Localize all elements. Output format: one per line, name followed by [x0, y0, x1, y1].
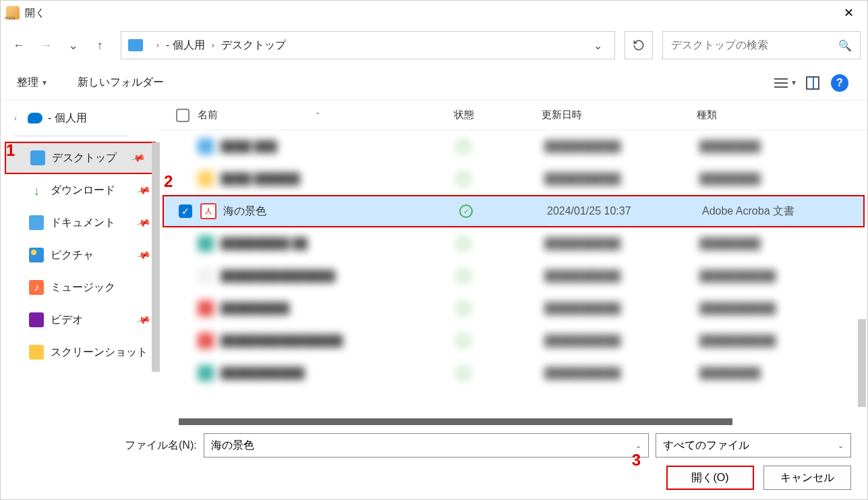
- file-list-header: 名前 ⌃ 状態 更新日時 種類: [160, 101, 867, 130]
- file-type-filter[interactable]: すべてのファイル ⌄: [656, 433, 851, 457]
- new-folder-label: 新しいフォルダー: [78, 76, 164, 90]
- file-row[interactable]: ████████████████✓ ████████████████████: [160, 325, 867, 357]
- sidebar-item-downloads[interactable]: ↓ ダウンロード 📌: [1, 174, 160, 206]
- forward-button[interactable]: →: [34, 34, 57, 57]
- file-row[interactable]: ████ ██████✓ ██████████████████: [160, 163, 867, 195]
- open-file-dialog: 開く ✕ ← → ⌄ ↑ › - 個人用 › デスクトップ ⌄ 🔍 整理 ▼: [0, 0, 868, 500]
- dialog-footer: ファイル名(N): 海の景色 ⌄ すべてのファイル ⌄ 3 開く(O) キャンセ…: [1, 425, 867, 499]
- body-area: › - 個人用 1 デスクトップ 📌 ↓ ダウンロード 📌 ドキュメント 📌: [1, 101, 867, 425]
- chevron-down-icon: ▼: [41, 79, 48, 86]
- sidebar-item-label: ピクチャ: [51, 248, 94, 262]
- annotation-2: 2: [164, 172, 173, 191]
- sidebar-item-screenshots[interactable]: スクリーンショット: [1, 336, 160, 368]
- pin-icon: 📌: [130, 150, 146, 165]
- back-button[interactable]: ←: [7, 34, 30, 57]
- file-row[interactable]: █████████ ██✓ ██████████████████: [160, 227, 867, 260]
- header-state[interactable]: 状態: [454, 109, 542, 121]
- breadcrumb-separator: ›: [212, 40, 214, 50]
- pdf-icon: 人: [200, 203, 216, 219]
- chevron-down-icon[interactable]: ⌄: [838, 441, 844, 450]
- file-date: 2024/01/25 10:37: [547, 205, 702, 217]
- filename-combobox[interactable]: 海の景色 ⌄: [204, 433, 649, 457]
- new-folder-button[interactable]: 新しいフォルダー: [78, 76, 164, 90]
- onedrive-icon: [28, 113, 42, 123]
- sidebar-item-label: ビデオ: [51, 313, 83, 327]
- annotation-1: 1: [6, 141, 15, 160]
- vertical-scrollbar[interactable]: [858, 319, 866, 407]
- filename-value: 海の景色: [211, 439, 254, 453]
- preview-pane-button[interactable]: [801, 72, 824, 94]
- pin-icon: 📌: [136, 312, 151, 327]
- divider: [14, 136, 129, 136]
- sidebar-item-pictures[interactable]: ピクチャ 📌: [1, 239, 160, 271]
- sidebar-scrollbar[interactable]: [152, 142, 160, 372]
- help-icon: ?: [831, 74, 848, 92]
- file-row[interactable]: ████ ███✓ ██████████████████: [160, 130, 867, 163]
- search-input[interactable]: [671, 39, 838, 51]
- sidebar-item-label: ミュージック: [51, 281, 115, 295]
- header-checkbox-column[interactable]: [168, 109, 198, 122]
- pin-icon: 📌: [136, 248, 151, 262]
- file-row[interactable]: █████████✓ ████████████████████: [160, 292, 867, 325]
- tree-item-onedrive[interactable]: › - 個人用: [1, 106, 160, 130]
- header-name-label: 名前: [198, 109, 218, 121]
- sidebar-item-documents[interactable]: ドキュメント 📌: [1, 206, 160, 239]
- header-type[interactable]: 種類: [697, 109, 859, 121]
- file-row[interactable]: ███████████✓ ██████████████████: [160, 357, 867, 389]
- sync-ok-icon: ✓: [459, 204, 473, 218]
- tree-item-label: - 個人用: [48, 111, 87, 126]
- pin-icon: 📌: [136, 183, 151, 198]
- file-name: 海の景色: [223, 204, 459, 219]
- sidebar-item-label: ドキュメント: [51, 216, 115, 230]
- chevron-down-icon[interactable]: ⌄: [635, 441, 641, 450]
- organize-menu[interactable]: 整理 ▼: [17, 76, 48, 90]
- organize-label: 整理: [17, 76, 38, 90]
- expander-icon[interactable]: ›: [14, 114, 22, 122]
- open-button[interactable]: 開く(O): [666, 466, 754, 490]
- sidebar-item-music[interactable]: ♪ ミュージック: [1, 271, 160, 304]
- breadcrumb-separator: ›: [156, 40, 159, 50]
- header-date[interactable]: 更新日時: [542, 109, 697, 121]
- help-button[interactable]: ?: [828, 72, 851, 94]
- recent-locations-button[interactable]: ⌄: [61, 34, 84, 57]
- up-button[interactable]: ↑: [88, 34, 111, 57]
- desktop-icon: [30, 150, 45, 165]
- address-bar[interactable]: › - 個人用 › デスクトップ ⌄: [121, 31, 615, 59]
- close-button[interactable]: ✕: [835, 3, 862, 23]
- download-icon: ↓: [29, 183, 44, 198]
- search-icon[interactable]: 🔍: [838, 39, 852, 52]
- filter-label: すべてのファイル: [663, 439, 749, 453]
- folder-icon: [29, 345, 44, 360]
- annotation-3: 3: [632, 451, 641, 475]
- breadcrumb-segment[interactable]: - 個人用: [166, 38, 205, 53]
- view-options-button[interactable]: ▼: [774, 72, 797, 94]
- refresh-button[interactable]: [625, 31, 653, 59]
- row-checkbox[interactable]: ✓: [179, 204, 192, 218]
- location-icon: [128, 39, 143, 51]
- sidebar-item-label: デスクトップ: [52, 151, 117, 165]
- horizontal-scrollbar[interactable]: [179, 418, 732, 425]
- breadcrumb-segment[interactable]: デスクトップ: [221, 38, 286, 53]
- music-icon: ♪: [29, 280, 44, 295]
- pin-icon: 📌: [136, 215, 151, 230]
- address-dropdown-button[interactable]: ⌄: [588, 36, 608, 55]
- preview-pane-icon: [806, 76, 819, 90]
- filename-label: ファイル名(N):: [125, 439, 197, 453]
- file-type: Adobe Acroba 文書: [702, 204, 857, 219]
- file-row-selected[interactable]: ✓ 人 海の景色 ✓ 2024/01/25 10:37 Adobe Acroba…: [163, 195, 865, 227]
- search-box[interactable]: 🔍: [662, 31, 861, 59]
- sidebar-item-label: ダウンロード: [51, 184, 115, 198]
- navigation-pane: › - 個人用 1 デスクトップ 📌 ↓ ダウンロード 📌 ドキュメント 📌: [1, 101, 160, 425]
- pictures-icon: [29, 248, 44, 262]
- file-row[interactable]: ███████████████✓ ████████████████████: [160, 260, 867, 292]
- header-name[interactable]: 名前 ⌃: [198, 109, 454, 121]
- sidebar-item-label: スクリーンショット: [51, 345, 148, 360]
- sort-indicator-icon: ⌃: [315, 111, 320, 119]
- sidebar-item-videos[interactable]: ビデオ 📌: [1, 304, 160, 336]
- file-list-pane: 名前 ⌃ 状態 更新日時 種類 2 ████ ███✓ ████████████…: [160, 101, 867, 425]
- cancel-button[interactable]: キャンセル: [763, 466, 851, 490]
- titlebar: 開く ✕: [1, 1, 867, 25]
- file-list: ████ ███✓ ██████████████████ ████ ██████…: [160, 130, 867, 425]
- file-state: ✓: [459, 204, 547, 218]
- sidebar-item-desktop[interactable]: デスクトップ 📌: [5, 142, 156, 174]
